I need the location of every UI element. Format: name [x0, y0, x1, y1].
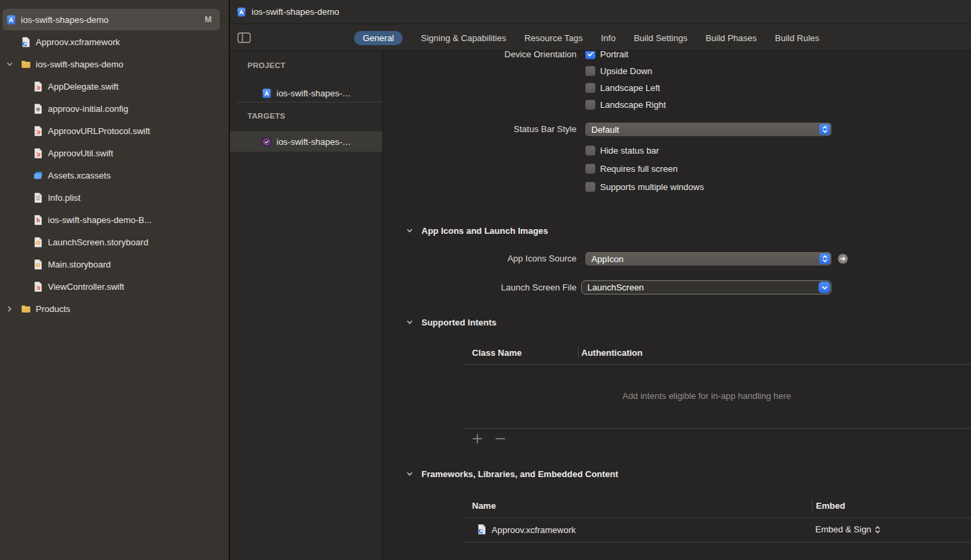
framework-icon: [20, 36, 32, 48]
navigator-item-group[interactable]: ios-swift-shapes-demo: [0, 53, 229, 75]
popup-value: Default: [591, 125, 619, 135]
tab-general[interactable]: General: [354, 31, 403, 45]
navigator-item-label: ApproovUtil.swift: [48, 148, 113, 158]
launch-screen-file-combo[interactable]: LaunchScreen: [581, 280, 831, 294]
popup-stepper-icon: [819, 124, 830, 135]
navigator-item-file[interactable]: ApproovURLProtocol.swift: [0, 120, 229, 142]
tab-resource-tags[interactable]: Resource Tags: [525, 33, 583, 43]
disclosure-chevron-icon[interactable]: [6, 61, 13, 68]
navigator-item-products[interactable]: Products: [0, 298, 229, 320]
navigator-item-label: AppDelegate.swift: [48, 82, 119, 92]
navigator-item-file[interactable]: Assets.xcassets: [0, 164, 229, 187]
combo-dropdown-button[interactable]: [819, 282, 830, 293]
landscape-right-checkbox[interactable]: [585, 100, 595, 110]
modified-badge: M: [205, 15, 212, 24]
project-navigator: ios-swift-shapes-demo M Approov.xcframew…: [0, 0, 230, 560]
column-divider: [578, 346, 579, 359]
upside-down-checkbox[interactable]: [585, 66, 595, 76]
section-chevron-icon[interactable]: [406, 319, 413, 326]
navigator-item-file[interactable]: ViewController.swift: [0, 276, 229, 298]
document-tab-title: ios-swift-shapes-demo: [252, 7, 339, 17]
checkbox-label: Supports multiple windows: [600, 182, 704, 192]
navigator-item-framework[interactable]: Approov.xcframework: [0, 31, 229, 53]
general-settings-form: Device Orientation Portrait Upside Down …: [383, 51, 971, 560]
checkbox-label: Portrait: [600, 51, 628, 59]
navigator-item-file[interactable]: Main.storyboard: [0, 253, 229, 276]
tab-build-settings[interactable]: Build Settings: [634, 33, 688, 43]
checkbox-label: Hide status bar: [600, 146, 659, 156]
up-down-chevrons-icon: [875, 525, 881, 534]
project-item[interactable]: ios-swift-shapes-…: [230, 86, 382, 100]
tab-build-phases[interactable]: Build Phases: [705, 33, 757, 43]
tab-info[interactable]: Info: [601, 33, 616, 43]
supports-multiple-windows-checkbox[interactable]: [585, 182, 595, 192]
table-header-divider: [464, 364, 971, 365]
portrait-checkbox[interactable]: [585, 51, 595, 59]
checkbox-row-supports-multiple-windows: Supports multiple windows: [585, 178, 704, 196]
editor-toolbar: General Signing & Capabilities Resource …: [230, 24, 971, 51]
storyboard-file-icon: [32, 259, 44, 270]
column-divider: [812, 499, 813, 511]
project-item-label: ios-swift-shapes-…: [276, 88, 351, 98]
swift-file-icon: [32, 81, 44, 92]
navigator-item-label: Products: [36, 304, 70, 314]
xcode-project-icon: [236, 7, 247, 18]
navigator-item-label: LaunchScreen.storyboard: [48, 237, 148, 247]
storyboard-file-icon: [32, 237, 44, 248]
navigator-item-label: ios-swift-shapes-demo-B...: [48, 215, 152, 225]
checkbox-label: Landscape Left: [600, 83, 660, 93]
config-file-icon: [32, 103, 44, 115]
navigator-item-label: ViewController.swift: [48, 282, 124, 292]
add-intent-button[interactable]: [472, 433, 483, 444]
tab-build-rules[interactable]: Build Rules: [775, 33, 819, 43]
jump-to-app-icon-arrow-button[interactable]: [837, 253, 848, 264]
sidebar-toggle-icon[interactable]: [237, 32, 251, 43]
project-targets-panel: PROJECT ios-swift-shapes-… TARGETS ios-s…: [230, 51, 383, 560]
navigator-item-file[interactable]: AppDelegate.swift: [0, 75, 229, 98]
folder-icon: [20, 303, 32, 315]
target-item-selected[interactable]: ios-swift-shapes-…: [230, 131, 382, 152]
navigator-item-file[interactable]: Info.plist: [0, 187, 229, 209]
popup-stepper-icon: [819, 253, 830, 264]
status-bar-style-popup[interactable]: Default: [585, 123, 831, 136]
landscape-left-checkbox[interactable]: [585, 83, 595, 93]
swift-file-icon: [32, 148, 44, 159]
requires-full-screen-checkbox[interactable]: [585, 164, 595, 174]
navigator-item-file[interactable]: ApproovUtil.swift: [0, 142, 229, 164]
checkbox-row-portrait: Portrait: [585, 51, 628, 63]
app-icons-source-label: App Icons Source: [383, 252, 577, 266]
document-tab[interactable]: ios-swift-shapes-demo: [230, 0, 971, 24]
disclosure-chevron-icon[interactable]: [6, 305, 13, 313]
table-header-divider: [464, 518, 971, 518]
navigator-item-file[interactable]: approov-initial.config: [0, 98, 229, 120]
section-chevron-icon[interactable]: [406, 470, 413, 478]
hide-status-bar-checkbox[interactable]: [585, 146, 595, 156]
navigator-item-label: Assets.xcassets: [48, 170, 111, 181]
header-file-icon: [32, 214, 44, 226]
navigator-item-file[interactable]: LaunchScreen.storyboard: [0, 231, 229, 253]
section-header-supported-intents: Supported Intents: [406, 317, 496, 328]
remove-intent-button[interactable]: [495, 433, 506, 444]
navigator-item-label: approov-initial.config: [48, 104, 128, 114]
column-header-authentication: Authentication: [581, 348, 643, 358]
column-header-embed: Embed: [816, 501, 845, 511]
xcode-project-icon: [5, 14, 17, 26]
chevron-down-icon: [821, 284, 828, 291]
navigator-item-label: Approov.xcframework: [36, 37, 120, 47]
navigator-item-project-root[interactable]: ios-swift-shapes-demo M: [3, 9, 220, 30]
navigator-item-label: ApproovURLProtocol.swift: [48, 126, 150, 136]
intents-empty-placeholder: Add intents eligible for in-app handling…: [464, 391, 949, 401]
navigator-item-file[interactable]: ios-swift-shapes-demo-B...: [0, 209, 229, 231]
xcode-project-icon: [261, 88, 272, 99]
panel-divider: [237, 102, 382, 102]
section-chevron-icon[interactable]: [406, 227, 413, 235]
section-title: Supported Intents: [421, 317, 496, 328]
target-item-label: ios-swift-shapes-…: [276, 137, 351, 147]
column-header-class-name: Class Name: [472, 348, 522, 358]
tab-signing-capabilities[interactable]: Signing & Capabilities: [421, 33, 506, 43]
embed-setting-popup[interactable]: Embed & Sign: [815, 524, 881, 534]
app-icons-source-popup[interactable]: AppIcon: [585, 252, 831, 266]
asset-catalog-icon: [32, 170, 44, 181]
device-orientation-label: Device Orientation: [383, 51, 577, 63]
swift-file-icon: [32, 125, 44, 137]
